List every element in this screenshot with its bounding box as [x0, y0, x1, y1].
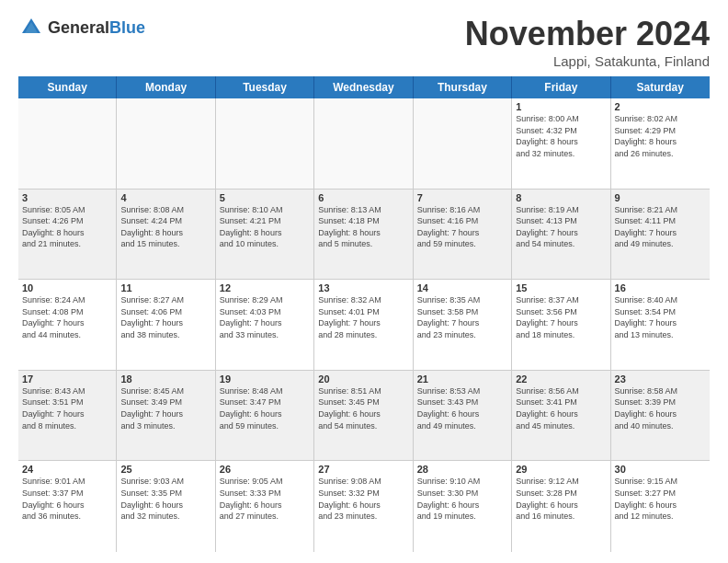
calendar-cell: 6Sunrise: 8:13 AM Sunset: 4:18 PM Daylig…: [314, 190, 413, 280]
day-number: 24: [22, 464, 112, 475]
day-info: Sunrise: 8:21 AM Sunset: 4:11 PM Dayligh…: [615, 204, 706, 250]
calendar-cell: 23Sunrise: 8:58 AM Sunset: 3:39 PM Dayli…: [611, 371, 710, 461]
day-info: Sunrise: 8:29 AM Sunset: 4:03 PM Dayligh…: [220, 294, 310, 340]
day-info: Sunrise: 8:35 AM Sunset: 3:58 PM Dayligh…: [417, 294, 507, 340]
weekday-header: Thursday: [414, 76, 512, 98]
day-number: 25: [120, 464, 210, 475]
day-info: Sunrise: 8:16 AM Sunset: 4:16 PM Dayligh…: [417, 204, 507, 250]
day-info: Sunrise: 8:02 AM Sunset: 4:29 PM Dayligh…: [615, 113, 706, 159]
day-number: 29: [516, 464, 606, 475]
calendar-body: 1Sunrise: 8:00 AM Sunset: 4:32 PM Daylig…: [18, 98, 710, 552]
day-number: 5: [220, 192, 310, 203]
day-number: 20: [318, 373, 408, 385]
day-info: Sunrise: 8:51 AM Sunset: 3:45 PM Dayligh…: [318, 385, 408, 431]
day-number: 1: [516, 101, 606, 112]
calendar-cell: 2Sunrise: 8:02 AM Sunset: 4:29 PM Daylig…: [611, 98, 710, 189]
calendar-cell: 15Sunrise: 8:37 AM Sunset: 3:56 PM Dayli…: [512, 280, 610, 370]
day-number: 17: [22, 373, 112, 385]
calendar-cell: 1Sunrise: 8:00 AM Sunset: 4:32 PM Daylig…: [512, 98, 610, 189]
day-number: 27: [318, 464, 408, 475]
calendar-cell: [414, 98, 512, 189]
calendar-cell: 16Sunrise: 8:40 AM Sunset: 3:54 PM Dayli…: [611, 280, 710, 370]
day-info: Sunrise: 8:08 AM Sunset: 4:24 PM Dayligh…: [120, 204, 210, 250]
day-info: Sunrise: 8:00 AM Sunset: 4:32 PM Dayligh…: [516, 113, 606, 159]
day-info: Sunrise: 8:43 AM Sunset: 3:51 PM Dayligh…: [22, 385, 112, 431]
day-info: Sunrise: 8:24 AM Sunset: 4:08 PM Dayligh…: [22, 294, 112, 340]
weekday-header: Saturday: [611, 76, 710, 98]
day-number: 28: [417, 464, 507, 475]
calendar-row: 3Sunrise: 8:05 AM Sunset: 4:26 PM Daylig…: [18, 190, 710, 281]
day-info: Sunrise: 8:13 AM Sunset: 4:18 PM Dayligh…: [318, 204, 408, 250]
calendar-cell: 9Sunrise: 8:21 AM Sunset: 4:11 PM Daylig…: [611, 190, 710, 280]
day-number: 11: [120, 282, 210, 293]
calendar-cell: [117, 98, 215, 189]
calendar-cell: 18Sunrise: 8:45 AM Sunset: 3:49 PM Dayli…: [117, 371, 215, 461]
calendar-cell: 14Sunrise: 8:35 AM Sunset: 3:58 PM Dayli…: [414, 280, 512, 370]
day-number: 9: [615, 192, 706, 203]
day-info: Sunrise: 9:10 AM Sunset: 3:30 PM Dayligh…: [417, 476, 507, 522]
day-number: 13: [318, 282, 408, 293]
day-number: 7: [417, 192, 507, 203]
day-number: 14: [417, 282, 507, 293]
logo-icon: [18, 15, 44, 40]
calendar-page: GeneralBlue November 2024 Lappi, Satakun…: [0, 0, 728, 563]
weekday-header: Tuesday: [216, 76, 314, 98]
day-number: 6: [318, 192, 408, 203]
calendar-cell: 20Sunrise: 8:51 AM Sunset: 3:45 PM Dayli…: [314, 371, 413, 461]
title-section: November 2024 Lappi, Satakunta, Finland: [465, 15, 710, 69]
calendar-cell: 30Sunrise: 9:15 AM Sunset: 3:27 PM Dayli…: [611, 461, 710, 552]
day-info: Sunrise: 9:01 AM Sunset: 3:37 PM Dayligh…: [22, 476, 112, 522]
day-number: 21: [417, 373, 507, 385]
calendar-cell: 24Sunrise: 9:01 AM Sunset: 3:37 PM Dayli…: [18, 461, 117, 552]
calendar-cell: 17Sunrise: 8:43 AM Sunset: 3:51 PM Dayli…: [18, 371, 117, 461]
day-number: 8: [516, 192, 606, 203]
day-number: 16: [615, 282, 706, 293]
day-number: 12: [220, 282, 310, 293]
day-number: 22: [516, 373, 606, 385]
day-number: 4: [120, 192, 210, 203]
day-info: Sunrise: 9:08 AM Sunset: 3:32 PM Dayligh…: [318, 476, 408, 522]
day-info: Sunrise: 9:15 AM Sunset: 3:27 PM Dayligh…: [615, 476, 706, 522]
day-number: 3: [22, 192, 112, 203]
calendar-cell: 27Sunrise: 9:08 AM Sunset: 3:32 PM Dayli…: [314, 461, 413, 552]
calendar-cell: 19Sunrise: 8:48 AM Sunset: 3:47 PM Dayli…: [216, 371, 314, 461]
top-section: GeneralBlue November 2024 Lappi, Satakun…: [18, 15, 710, 69]
calendar-row: 10Sunrise: 8:24 AM Sunset: 4:08 PM Dayli…: [18, 280, 710, 371]
day-info: Sunrise: 8:40 AM Sunset: 3:54 PM Dayligh…: [615, 294, 706, 340]
day-info: Sunrise: 9:12 AM Sunset: 3:28 PM Dayligh…: [516, 476, 606, 522]
calendar-row: 24Sunrise: 9:01 AM Sunset: 3:37 PM Dayli…: [18, 461, 710, 552]
calendar-cell: [314, 98, 413, 189]
calendar-cell: 5Sunrise: 8:10 AM Sunset: 4:21 PM Daylig…: [216, 190, 314, 280]
location: Lappi, Satakunta, Finland: [465, 53, 710, 69]
day-number: 10: [22, 282, 112, 293]
weekday-header: Wednesday: [314, 76, 413, 98]
day-info: Sunrise: 8:32 AM Sunset: 4:01 PM Dayligh…: [318, 294, 408, 340]
calendar-cell: 13Sunrise: 8:32 AM Sunset: 4:01 PM Dayli…: [314, 280, 413, 370]
calendar-cell: [216, 98, 314, 189]
calendar-cell: 25Sunrise: 9:03 AM Sunset: 3:35 PM Dayli…: [117, 461, 215, 552]
logo-general: GeneralBlue: [48, 18, 145, 38]
weekday-header: Monday: [117, 76, 215, 98]
day-info: Sunrise: 8:48 AM Sunset: 3:47 PM Dayligh…: [220, 385, 310, 431]
day-number: 19: [220, 373, 310, 385]
day-number: 23: [615, 373, 706, 385]
day-info: Sunrise: 8:19 AM Sunset: 4:13 PM Dayligh…: [516, 204, 606, 250]
calendar-cell: 12Sunrise: 8:29 AM Sunset: 4:03 PM Dayli…: [216, 280, 314, 370]
day-info: Sunrise: 8:58 AM Sunset: 3:39 PM Dayligh…: [615, 385, 706, 431]
calendar-cell: 10Sunrise: 8:24 AM Sunset: 4:08 PM Dayli…: [18, 280, 117, 370]
calendar-cell: [18, 98, 117, 189]
calendar-cell: 21Sunrise: 8:53 AM Sunset: 3:43 PM Dayli…: [414, 371, 512, 461]
calendar-cell: 11Sunrise: 8:27 AM Sunset: 4:06 PM Dayli…: [117, 280, 215, 370]
day-number: 2: [615, 101, 706, 112]
day-info: Sunrise: 8:27 AM Sunset: 4:06 PM Dayligh…: [120, 294, 210, 340]
calendar-cell: 28Sunrise: 9:10 AM Sunset: 3:30 PM Dayli…: [414, 461, 512, 552]
day-number: 15: [516, 282, 606, 293]
calendar-header: SundayMondayTuesdayWednesdayThursdayFrid…: [18, 76, 710, 98]
logo: GeneralBlue: [18, 15, 145, 40]
day-info: Sunrise: 9:03 AM Sunset: 3:35 PM Dayligh…: [120, 476, 210, 522]
day-number: 26: [220, 464, 310, 475]
day-info: Sunrise: 8:53 AM Sunset: 3:43 PM Dayligh…: [417, 385, 507, 431]
day-info: Sunrise: 8:10 AM Sunset: 4:21 PM Dayligh…: [220, 204, 310, 250]
day-info: Sunrise: 8:56 AM Sunset: 3:41 PM Dayligh…: [516, 385, 606, 431]
day-info: Sunrise: 8:05 AM Sunset: 4:26 PM Dayligh…: [22, 204, 112, 250]
